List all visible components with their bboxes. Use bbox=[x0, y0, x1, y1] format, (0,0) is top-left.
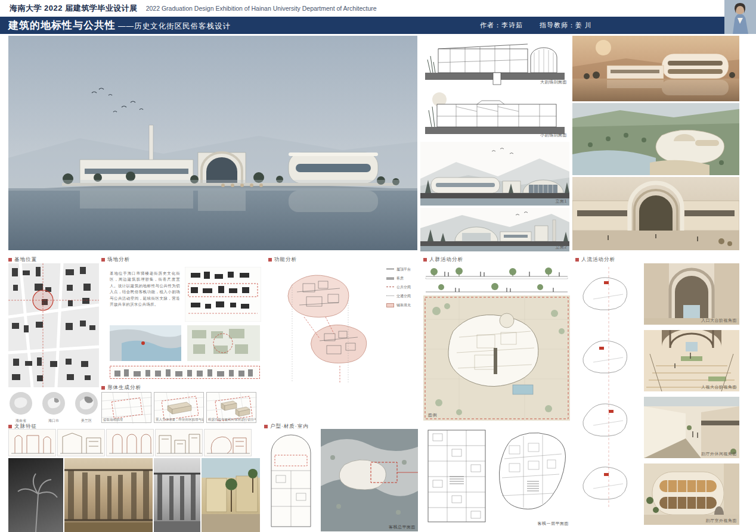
legend-swatch-icon bbox=[386, 303, 394, 307]
context-photo-arcade-bw bbox=[154, 458, 200, 532]
author-photo-graphic bbox=[724, 0, 756, 34]
section-header-site-analysis: 场地分析 bbox=[101, 256, 130, 263]
section-bullet-icon bbox=[8, 425, 12, 428]
render-photo-street: 剧厅外休闲视角图 bbox=[644, 397, 739, 458]
context-sketch bbox=[57, 429, 105, 456]
legend-item: 屋顶平台 bbox=[386, 267, 417, 272]
sketch-graphic bbox=[205, 430, 252, 456]
render-photo-stairs: 人视大台阶视角图 bbox=[644, 330, 739, 391]
legend-label: 交通空间 bbox=[396, 294, 411, 299]
location-circle-city: 海口市 bbox=[41, 391, 66, 423]
render-aerial-graphic bbox=[572, 103, 739, 175]
circle-label: 美兰区 bbox=[74, 418, 99, 423]
section-bullet-icon bbox=[8, 258, 12, 262]
circle-label: 海南省 bbox=[8, 418, 33, 423]
arcade-bw-graphic bbox=[154, 458, 200, 532]
author-label: 作者：李诗茹 bbox=[480, 21, 523, 30]
sketch-graphic bbox=[9, 430, 56, 456]
legend-label: 铺装填充 bbox=[396, 303, 411, 308]
legend-item: 公共空间 bbox=[386, 285, 417, 290]
elevation-1-caption: 立面1 bbox=[556, 198, 567, 204]
elevation-2-caption: 立面2 bbox=[556, 244, 567, 250]
location-circles: 海南省 海口市 美兰区 bbox=[8, 391, 99, 423]
location-circle-district: 美兰区 bbox=[74, 391, 99, 423]
section-header-flow-analysis: 人流活动分析 bbox=[575, 256, 615, 263]
legend-swatch-icon bbox=[386, 278, 394, 279]
hero-render-graphic bbox=[8, 36, 417, 250]
render-round-building-graphic bbox=[644, 463, 739, 525]
section-label: 场地分析 bbox=[107, 256, 130, 263]
massing-step-2: 置入主体体量，呼应街区肌理与场地秩序 bbox=[154, 392, 204, 423]
exhibition-title-en: 2022 Graduation Design Exhibition of Hai… bbox=[146, 5, 377, 12]
function-legend: 屋顶平台 客房 公共空间 交通空间 铺装填充 bbox=[386, 267, 417, 308]
section-label: 人群活动分析 bbox=[429, 256, 463, 263]
render-sunset-graphic bbox=[572, 36, 739, 101]
elevation-render-1: 立面1 bbox=[420, 142, 569, 206]
legend-label: 客房 bbox=[396, 276, 404, 281]
legend-swatch-icon bbox=[386, 295, 394, 298]
elevation-1-graphic bbox=[420, 142, 569, 206]
context-photo-palm-bw bbox=[8, 458, 63, 532]
function-analysis-panel: 屋顶平台 客房 公共空间 交通空间 铺装填充 bbox=[268, 263, 419, 390]
street-color-graphic bbox=[202, 458, 260, 532]
section-label: 人流活动分析 bbox=[581, 256, 615, 263]
site-plan-graphic bbox=[423, 295, 570, 421]
render-caption: 人视大台阶视角图 bbox=[701, 384, 737, 390]
street-elevation-strip bbox=[110, 366, 260, 379]
section-2-caption: 小剧场剖面图 bbox=[540, 132, 567, 138]
location-circle-province: 海南省 bbox=[8, 391, 33, 423]
site-plan-large: 图例 bbox=[423, 295, 570, 421]
context-sketch bbox=[106, 429, 154, 456]
section-bullet-icon bbox=[423, 258, 427, 262]
section-drawing-2: 小剧场剖面图 bbox=[420, 89, 569, 139]
credits: 作者：李诗茹 指导教师：姜 川 bbox=[480, 21, 592, 30]
render-stairs-graphic bbox=[644, 330, 739, 391]
site-analysis-panel: 基地位于海口市骑楼老街历史文化街区，周边建筑肌理密集，街巷尺度宜人。设计以建筑的… bbox=[101, 263, 264, 382]
section-header-activity-analysis: 人群活动分析 bbox=[423, 256, 463, 263]
title-banner: 建筑的地标性与公共性 ——历史文化街区民俗客栈设计 作者：李诗茹 指导教师：姜 … bbox=[0, 17, 724, 34]
elevation-render-2: 立面2 bbox=[420, 208, 569, 251]
advisor-label: 指导教师：姜 川 bbox=[540, 21, 592, 30]
render-photo-arch: 入口大台阶视角图 bbox=[644, 263, 739, 325]
flow-analysis-column bbox=[575, 263, 642, 511]
water-context-map bbox=[110, 325, 181, 361]
activity-section-strips bbox=[423, 263, 570, 294]
palm-photo-graphic bbox=[8, 458, 63, 532]
context-map-graphic bbox=[321, 429, 418, 531]
legend-label: 屋顶平台 bbox=[396, 267, 411, 272]
legend-label: 公共空间 bbox=[396, 285, 411, 290]
massing-step-3: 根据功能与视线对体块进行切分与抬升 bbox=[206, 392, 256, 423]
context-photo-strip bbox=[8, 458, 260, 532]
hero-render bbox=[8, 36, 417, 250]
render-aerial-view bbox=[572, 103, 739, 175]
sketch-graphic bbox=[156, 430, 203, 456]
render-photo-column: 入口大台阶视角图 人视大台阶视角图 bbox=[644, 263, 739, 531]
render-photo-round-building: 剧厅室外视角图 bbox=[644, 463, 739, 525]
circle-label: 海口市 bbox=[41, 418, 66, 423]
render-arch-view-graphic bbox=[644, 263, 739, 325]
massing-step-caption: 提取场地肌理 bbox=[103, 418, 123, 422]
sketch-graphic bbox=[107, 430, 154, 456]
legend-item: 交通空间 bbox=[386, 294, 417, 299]
massing-step-caption: 根据功能与视线对体块进行切分与抬升 bbox=[208, 418, 256, 422]
massing-step-caption: 置入主体体量，呼应街区肌理与场地秩序 bbox=[156, 418, 203, 422]
site-plan-legend-label: 图例 bbox=[428, 412, 437, 418]
site-analysis-text: 基地位于海口市骑楼老街历史文化街区，周边建筑肌理密集，街巷尺度宜人。设计以建筑的… bbox=[110, 270, 180, 307]
province-map-icon bbox=[8, 391, 33, 416]
render-caption: 剧厅外休闲视角图 bbox=[701, 451, 737, 457]
legend-item: 铺装填充 bbox=[386, 303, 417, 308]
elevation-2-graphic bbox=[420, 208, 569, 251]
context-sketch bbox=[8, 429, 56, 456]
context-photo-street-color bbox=[202, 458, 260, 532]
green-context-map bbox=[187, 325, 260, 361]
unit-plan-drawing bbox=[264, 429, 318, 530]
massing-analysis-panel: 提取场地肌理 置入主体体量，呼应街区肌理与场地秩序 bbox=[101, 384, 258, 425]
section-bullet-icon bbox=[575, 258, 579, 262]
section-drawing-1: 大剧场剖面图 bbox=[420, 36, 569, 86]
rect-plan-graphic bbox=[423, 425, 490, 527]
sketch-graphic bbox=[58, 430, 105, 456]
legend-swatch-icon bbox=[386, 287, 394, 289]
render-sunset-waterfront bbox=[572, 36, 739, 101]
arcade-photo-graphic bbox=[64, 458, 153, 532]
legend-swatch-icon bbox=[386, 269, 394, 271]
